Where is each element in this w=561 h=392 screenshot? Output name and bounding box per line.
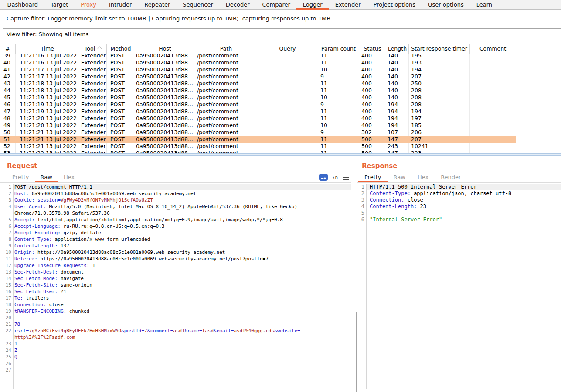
table-row-50[interactable]: 5011:21:21 13 Jul 2022ExtenderPOST0a9500… bbox=[0, 129, 516, 136]
response-panel: Response PrettyRawHexRender 1HTTP/1.1 50… bbox=[357, 156, 561, 392]
cell-status: 400 bbox=[359, 66, 386, 73]
menu-item-comparer[interactable]: Comparer bbox=[256, 0, 296, 9]
editor-line: 3Connection: close bbox=[357, 197, 561, 203]
newline-icon[interactable]: \n bbox=[332, 175, 338, 180]
request-editor[interactable]: 1POST /post/comment HTTP/1.12Host: 0a950… bbox=[0, 184, 351, 373]
response-tab-raw[interactable]: Raw bbox=[388, 172, 411, 182]
cell-time: 11:21:21 13 Jul 2022 bbox=[16, 143, 79, 150]
request-panel: Request PrettyRawHex \n 1POST /post/comm… bbox=[0, 156, 356, 392]
cell-num: 48 bbox=[0, 115, 16, 122]
cell-param_count: 10 bbox=[318, 94, 359, 101]
cell-start_response_timer: 185 bbox=[409, 122, 470, 129]
editor-menu-icon[interactable] bbox=[343, 176, 349, 180]
response-tab-render[interactable]: Render bbox=[435, 172, 467, 182]
table-row-47[interactable]: 4711:21:19 13 Jul 2022ExtenderPOST0a9500… bbox=[0, 108, 516, 115]
cell-path: /post/comment bbox=[195, 66, 257, 73]
cell-time: 11:21:19 13 Jul 2022 bbox=[16, 101, 79, 108]
capture-filter-bar[interactable]: Capture filter: Logger memory limit set … bbox=[3, 13, 561, 24]
editor-line: 5 bbox=[357, 210, 561, 216]
table-row-52[interactable]: 5211:21:21 13 Jul 2022ExtenderPOST0a9500… bbox=[0, 143, 516, 150]
cell-comment bbox=[470, 136, 516, 143]
cell-tool: Extender bbox=[79, 143, 107, 150]
cell-host: 0a9500020413d88... bbox=[135, 129, 195, 136]
cell-query bbox=[257, 80, 318, 87]
table-row-45[interactable]: 4511:21:19 13 Jul 2022ExtenderPOST0a9500… bbox=[0, 94, 516, 101]
column-header-param-count[interactable]: Param count bbox=[318, 44, 359, 54]
cell-param_count: 11 bbox=[318, 87, 359, 94]
cell-tool: Extender bbox=[79, 150, 107, 153]
response-tab-hex[interactable]: Hex bbox=[411, 172, 435, 182]
editor-line: 2Host: 0a9500020413d88ac08c5c1e001a0069.… bbox=[0, 190, 351, 197]
request-tab-raw[interactable]: Raw bbox=[35, 172, 58, 182]
editor-line: 15Sec-Fetch-Site: same-origin bbox=[0, 282, 351, 288]
cell-query bbox=[257, 129, 318, 136]
column-header-start-response-timer[interactable]: Start response timer bbox=[409, 44, 470, 54]
table-row-43[interactable]: 4311:21:18 13 Jul 2022ExtenderPOST0a9500… bbox=[0, 80, 516, 87]
cell-query bbox=[257, 101, 318, 108]
editor-line: 6Accept-Language: ru-RU,ru;q=0.8,en-US;q… bbox=[0, 223, 351, 230]
column-header-comment[interactable]: Comment bbox=[470, 44, 516, 54]
column-header-length[interactable]: Length bbox=[386, 44, 409, 54]
cell-start_response_timer: 207 bbox=[409, 136, 470, 143]
soft-wrap-icon[interactable] bbox=[319, 174, 328, 181]
column-header-tool[interactable]: Tool bbox=[79, 44, 107, 54]
editor-line: 7Accept-Encoding: gzip, deflate bbox=[0, 230, 351, 236]
cell-method: POST bbox=[107, 87, 135, 94]
menu-item-project-options[interactable]: Project options bbox=[367, 0, 422, 9]
table-row-41[interactable]: 4111:21:17 13 Jul 2022ExtenderPOST0a9500… bbox=[0, 66, 516, 73]
menu-item-proxy[interactable]: Proxy bbox=[75, 0, 103, 9]
editor-line: 14Sec-Fetch-Mode: navigate bbox=[0, 275, 351, 282]
view-filter-bar[interactable]: View filter: Showing all items bbox=[3, 28, 561, 40]
menu-item-learn[interactable]: Learn bbox=[470, 0, 498, 9]
cell-start_response_timer: 10241 bbox=[409, 143, 470, 150]
cell-comment bbox=[470, 94, 516, 101]
table-row-40[interactable]: 4011:21:16 13 Jul 2022ExtenderPOST0a9500… bbox=[0, 59, 516, 66]
editor-line: 1HTTP/1.1 500 Internal Server Error bbox=[357, 184, 561, 190]
editor-line: 5Accept: text/html,application/xhtml+xml… bbox=[0, 216, 351, 223]
menu-item-user-options[interactable]: User options bbox=[422, 0, 470, 9]
column-header-query[interactable]: Query bbox=[257, 44, 318, 54]
table-row-53[interactable]: 5311:21:22 13 Jul 2022ExtenderPOST0a9500… bbox=[0, 150, 516, 153]
table-row-48[interactable]: 4811:21:20 13 Jul 2022ExtenderPOST0a9500… bbox=[0, 115, 516, 122]
column-header-method[interactable]: Method bbox=[107, 44, 135, 54]
table-row-42[interactable]: 4211:21:17 13 Jul 2022ExtenderPOST0a9500… bbox=[0, 73, 516, 80]
menu-item-dashboard[interactable]: Dashboard bbox=[1, 0, 44, 9]
cell-param_count: 10 bbox=[318, 66, 359, 73]
response-editor[interactable]: 1HTTP/1.1 500 Internal Server Error2Cont… bbox=[357, 184, 561, 223]
editor-line: 24Z bbox=[0, 347, 351, 354]
menu-item-intruder[interactable]: Intruder bbox=[102, 0, 138, 9]
cell-method: POST bbox=[107, 66, 135, 73]
table-row-44[interactable]: 4411:21:18 13 Jul 2022ExtenderPOST0a9500… bbox=[0, 87, 516, 94]
menu-item-extender[interactable]: Extender bbox=[329, 0, 367, 9]
cell-start_response_timer: 208 bbox=[409, 94, 470, 101]
column-header-host[interactable]: Host bbox=[135, 44, 195, 54]
column-header-path[interactable]: Path bbox=[195, 44, 257, 54]
table-row-39[interactable]: 3911:21:16 13 Jul 2022ExtenderPOST0a9500… bbox=[0, 54, 516, 59]
request-title: Request bbox=[7, 162, 37, 170]
menu-item-repeater[interactable]: Repeater bbox=[138, 0, 177, 9]
cell-param_count: 11 bbox=[318, 108, 359, 115]
editor-line: 22csrf=7gYzhMCiFvi4gBEyUEEk7HmHSHM7xWAO&… bbox=[0, 328, 351, 334]
request-tab-hex[interactable]: Hex bbox=[58, 172, 80, 182]
menu-item-sequencer[interactable]: Sequencer bbox=[177, 0, 219, 9]
cell-query bbox=[257, 94, 318, 101]
column-header-time[interactable]: Time bbox=[16, 44, 79, 54]
table-row-51[interactable]: 5111:21:21 13 Jul 2022ExtenderPOST0a9500… bbox=[0, 136, 516, 143]
cell-method: POST bbox=[107, 94, 135, 101]
table-row-46[interactable]: 4611:21:19 13 Jul 2022ExtenderPOST0a9500… bbox=[0, 101, 516, 108]
cell-host: 0a9500020413d88... bbox=[135, 94, 195, 101]
table-row-49[interactable]: 4911:21:20 13 Jul 2022ExtenderPOST0a9500… bbox=[0, 122, 516, 129]
menu-item-decoder[interactable]: Decoder bbox=[219, 0, 256, 9]
column-header-status[interactable]: Status bbox=[359, 44, 386, 54]
response-tab-pretty[interactable]: Pretty bbox=[358, 172, 388, 182]
cell-length: 140 bbox=[386, 94, 409, 101]
cell-start_response_timer: 194 bbox=[409, 108, 470, 115]
cell-tool: Extender bbox=[79, 87, 107, 94]
cell-host: 0a9500020413d88... bbox=[135, 87, 195, 94]
editor-line: 2178 bbox=[0, 321, 351, 328]
cell-method: POST bbox=[107, 129, 135, 136]
request-tab-pretty[interactable]: Pretty bbox=[7, 172, 35, 182]
menu-item-logger[interactable]: Logger bbox=[296, 0, 329, 9]
menu-item-target[interactable]: Target bbox=[44, 0, 75, 9]
column-header-index[interactable]: # bbox=[0, 44, 16, 54]
